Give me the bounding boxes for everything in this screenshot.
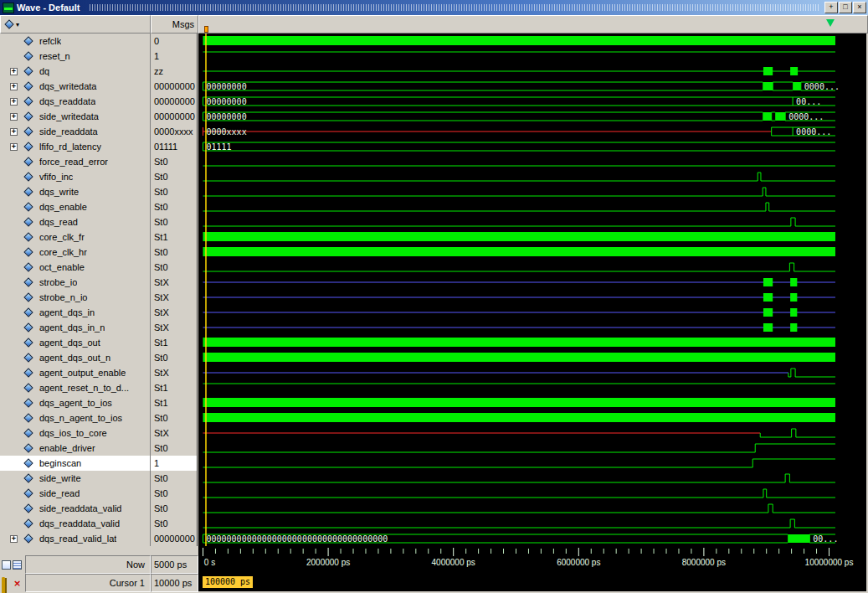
waveform-svg[interactable]: 000000000000...0000000000...000000000000… [198,34,866,546]
expand-icon[interactable]: + [10,68,18,75]
signal-row[interactable]: +reset_n [0,49,150,64]
signal-row[interactable]: +dqs_ios_to_core [0,425,150,441]
lock-icon[interactable] [2,579,11,588]
dock-button[interactable]: + [824,2,838,13]
signal-row[interactable]: +dqs_read [0,214,150,229]
signal-value: St0 [151,199,197,214]
wave-row-dqs_n_agent_to_ios[interactable] [203,413,835,422]
signal-row[interactable]: +strobe_io [0,275,150,290]
expand-icon[interactable]: + [10,128,18,136]
wave-row-core_clk_hr[interactable] [203,247,835,256]
signal-row[interactable]: +core_clk_fr [0,229,150,245]
wave-header[interactable] [198,15,868,34]
expand-icon[interactable]: + [10,83,18,90]
wave-row-dqs_read_valid_lat[interactable]: 00000000000000000000000000000000000000..… [203,534,839,544]
signal-row[interactable]: +side_writedata [0,109,150,124]
cursor-label[interactable]: Cursor 1 [25,574,151,592]
signal-row[interactable]: +dqs_agent_to_ios [0,395,150,410]
signal-names[interactable]: +refclk+reset_n+dq+dqs_writedata+dqs_rea… [0,34,151,546]
cursor-row-icons: × [0,574,25,592]
signal-row[interactable]: +dqs_write [0,184,150,199]
delete-cursor-icon[interactable]: × [13,579,22,588]
list-icon[interactable] [13,560,22,570]
signal-row[interactable]: +refclk [0,34,150,49]
wave-row-refclk[interactable] [203,36,835,45]
wave-row-dqs_read[interactable] [203,218,835,226]
wave-row-dqs_writedata[interactable]: 000000000000... [203,82,840,91]
wave-row-vfifo_inc[interactable] [203,173,835,181]
maximize-button[interactable]: □ [839,2,852,13]
signal-row[interactable]: +oct_enable [0,260,150,275]
wave-row-side_readdata_valid[interactable] [203,504,835,513]
cursor-track[interactable]: 100000 ps [198,573,866,591]
wave-row-beginscan[interactable] [203,459,835,467]
signal-row[interactable]: +agent_reset_n_to_d... [0,380,150,395]
signal-diamond-icon [23,534,33,543]
chevron-down-icon[interactable]: ▾ [16,21,19,28]
signal-row[interactable]: +agent_dqs_out [0,335,150,350]
signal-row[interactable]: +agent_output_enable [0,365,150,380]
wave-row-core_clk_fr[interactable] [203,232,835,241]
wave-row-dqs_agent_to_ios[interactable] [203,398,835,407]
signal-row[interactable]: +agent_dqs_out_n [0,350,150,365]
titlebar[interactable]: Wave - Default + □ × [0,0,868,15]
signal-row[interactable]: +dq [0,64,150,79]
expand-icon[interactable]: + [10,113,18,121]
signal-diamond-icon [23,368,33,377]
waveform-area[interactable]: 000000000000...0000000000...000000000000… [198,34,866,546]
wave-row-dqs_write[interactable] [203,188,835,196]
wave-row-agent_dqs_out[interactable] [203,338,835,347]
wave-row-dqs_enable[interactable] [203,203,835,211]
signal-row[interactable]: +core_clk_hr [0,245,150,260]
wave-row-oct_enable[interactable] [203,263,835,271]
wave-row-agent_dqs_out_n[interactable] [203,353,835,362]
timeline-ruler[interactable]: 0 s2000000 ps4000000 ps6000000 ps8000000… [198,546,866,573]
wave-row-side_write[interactable] [203,474,835,482]
signal-row[interactable]: +agent_dqs_in [0,305,150,320]
signal-row[interactable]: +force_read_error [0,154,150,169]
wave-row-agent_output_enable[interactable] [203,369,835,377]
signal-row[interactable]: +agent_dqs_in_n [0,320,150,335]
signal-row[interactable]: +strobe_n_io [0,290,150,305]
signal-filter-diamond-icon[interactable] [4,19,13,28]
signal-row[interactable]: +dqs_readdata_valid [0,516,150,531]
cursor-row[interactable]: × Cursor 1 10000 ps [0,574,198,592]
signal-row[interactable]: +side_readdata_valid [0,501,150,516]
wave-row-enable_driver[interactable] [203,444,835,452]
wave-row-dqs_ios_to_core[interactable] [203,429,835,437]
wave-row-dq[interactable] [203,67,835,75]
wave-row-side_writedata[interactable]: 000000000000... [203,112,835,121]
titlebar-grip[interactable] [90,4,819,11]
wave-row-strobe_io[interactable] [203,278,835,286]
expand-icon[interactable]: + [10,143,18,151]
signal-row[interactable]: +dqs_n_agent_to_ios [0,410,150,425]
signal-row[interactable]: +side_write [0,471,150,486]
wave-row-lfifo_rd_latency[interactable]: 01111 [203,142,835,152]
cursor-flag-icon[interactable] [204,26,208,33]
wave-row-agent_dqs_in[interactable] [203,308,835,317]
wave-row-side_readdata[interactable]: 0000xxxx0000... [203,127,835,137]
expand-icon[interactable]: + [10,535,18,543]
wave-row-strobe_n_io[interactable] [203,293,835,302]
cursor-time-box[interactable]: 100000 ps [202,575,254,589]
signal-row[interactable]: +dqs_read_valid_lat [0,531,150,546]
signal-row[interactable]: +dqs_enable [0,199,150,214]
signal-row[interactable]: +dqs_readdata [0,94,150,109]
names-column-header[interactable]: ▾ [0,15,151,34]
signal-row[interactable]: +dqs_writedata [0,79,150,94]
signal-row[interactable]: +enable_driver [0,441,150,456]
wave-row-dqs_readdata_valid[interactable] [203,519,835,528]
signal-row[interactable]: +lfifo_rd_latency [0,139,150,154]
signal-row[interactable]: +vfifo_inc [0,169,150,184]
close-button[interactable]: × [853,2,866,13]
signal-row[interactable]: +beginscan [0,456,150,471]
signal-row[interactable]: +side_read [0,486,150,501]
wave-row-agent_dqs_in_n[interactable] [203,323,835,332]
signal-diamond-icon [23,187,33,196]
expand-icon[interactable]: + [10,98,18,106]
now-label: Now [25,555,151,574]
signal-row[interactable]: +side_readdata [0,124,150,139]
wave-row-dqs_readdata[interactable]: 0000000000... [203,97,835,106]
page-icon[interactable] [2,560,11,570]
wave-row-side_read[interactable] [203,489,835,498]
